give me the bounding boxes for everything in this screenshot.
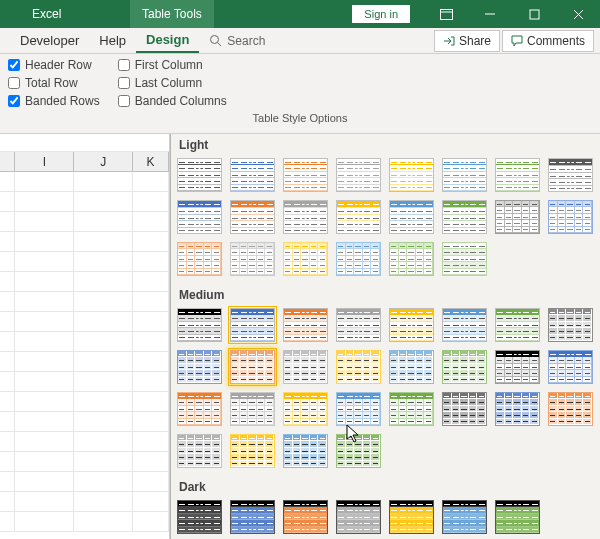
table-style-swatch[interactable] bbox=[228, 156, 277, 194]
table-style-swatch[interactable] bbox=[228, 198, 277, 236]
table-style-swatch[interactable] bbox=[334, 156, 383, 194]
table-style-swatch[interactable] bbox=[493, 390, 542, 428]
table-style-swatch[interactable] bbox=[387, 390, 436, 428]
svg-line-7 bbox=[218, 43, 222, 47]
table-style-swatch[interactable] bbox=[334, 498, 383, 536]
column-headers: I J K bbox=[0, 152, 169, 172]
table-style-swatch[interactable] bbox=[546, 348, 595, 386]
ribbon-tabs: Developer Help Design Search Share Comme… bbox=[0, 28, 600, 54]
search-placeholder: Search bbox=[227, 34, 265, 48]
worksheet[interactable]: I J K bbox=[0, 134, 170, 539]
table-style-swatch[interactable] bbox=[175, 240, 224, 278]
table-style-swatch[interactable] bbox=[387, 156, 436, 194]
table-style-swatch[interactable] bbox=[440, 498, 489, 536]
table-style-swatch[interactable] bbox=[334, 390, 383, 428]
table-style-swatch[interactable] bbox=[334, 432, 383, 470]
column-header[interactable]: J bbox=[74, 152, 133, 171]
section-light: Light bbox=[171, 134, 600, 154]
section-dark: Dark bbox=[171, 476, 600, 496]
table-style-swatch[interactable] bbox=[175, 498, 224, 536]
tab-design[interactable]: Design bbox=[136, 28, 199, 53]
table-style-swatch[interactable] bbox=[175, 390, 224, 428]
table-style-swatch[interactable] bbox=[546, 198, 595, 236]
table-style-swatch[interactable] bbox=[493, 156, 542, 194]
ribbon-display-options-button[interactable] bbox=[424, 0, 468, 28]
last-column-checkbox[interactable]: Last Column bbox=[118, 76, 227, 90]
table-style-swatch[interactable] bbox=[387, 348, 436, 386]
table-style-swatch[interactable] bbox=[440, 348, 489, 386]
table-style-swatch[interactable] bbox=[228, 348, 277, 386]
total-row-checkbox[interactable]: Total Row bbox=[8, 76, 100, 90]
table-styles-gallery[interactable]: Light Medium Dark bbox=[170, 134, 600, 539]
close-button[interactable] bbox=[556, 0, 600, 28]
table-style-swatch[interactable] bbox=[281, 348, 330, 386]
table-style-swatch[interactable] bbox=[281, 156, 330, 194]
table-style-swatch[interactable] bbox=[493, 348, 542, 386]
table-style-swatch[interactable] bbox=[281, 432, 330, 470]
maximize-button[interactable] bbox=[512, 0, 556, 28]
table-style-swatch[interactable] bbox=[387, 198, 436, 236]
table-style-swatch[interactable] bbox=[546, 156, 595, 194]
table-style-swatch[interactable] bbox=[281, 390, 330, 428]
table-style-swatch[interactable] bbox=[175, 198, 224, 236]
table-style-swatch[interactable] bbox=[493, 306, 542, 344]
column-header[interactable]: I bbox=[15, 152, 74, 171]
table-style-swatch[interactable] bbox=[440, 198, 489, 236]
tab-help[interactable]: Help bbox=[89, 28, 136, 53]
table-style-swatch[interactable] bbox=[546, 390, 595, 428]
svg-point-6 bbox=[211, 36, 219, 44]
comment-icon bbox=[511, 35, 523, 47]
table-style-options-group: Header Row Total Row Banded Rows First C… bbox=[0, 54, 600, 134]
section-medium: Medium bbox=[171, 284, 600, 304]
search-icon bbox=[209, 34, 222, 47]
title-bar: Excel Table Tools Sign in bbox=[0, 0, 600, 28]
svg-rect-3 bbox=[530, 10, 539, 19]
table-style-swatch[interactable] bbox=[175, 432, 224, 470]
table-style-swatch[interactable] bbox=[387, 306, 436, 344]
table-style-swatch[interactable] bbox=[440, 390, 489, 428]
table-style-swatch[interactable] bbox=[387, 240, 436, 278]
banded-columns-checkbox[interactable]: Banded Columns bbox=[118, 94, 227, 108]
table-style-swatch[interactable] bbox=[334, 348, 383, 386]
table-style-swatch[interactable] bbox=[440, 156, 489, 194]
table-style-swatch[interactable] bbox=[281, 240, 330, 278]
minimize-button[interactable] bbox=[468, 0, 512, 28]
table-style-swatch[interactable] bbox=[493, 498, 542, 536]
banded-rows-checkbox[interactable]: Banded Rows bbox=[8, 94, 100, 108]
table-style-swatch[interactable] bbox=[546, 306, 595, 344]
share-icon bbox=[443, 35, 455, 47]
tab-developer[interactable]: Developer bbox=[10, 28, 89, 53]
table-style-swatch[interactable] bbox=[228, 390, 277, 428]
table-style-swatch[interactable] bbox=[440, 240, 489, 278]
first-column-checkbox[interactable]: First Column bbox=[118, 58, 227, 72]
table-style-swatch[interactable] bbox=[175, 156, 224, 194]
table-style-swatch[interactable] bbox=[440, 306, 489, 344]
table-style-swatch[interactable] bbox=[334, 306, 383, 344]
contextual-tab-label: Table Tools bbox=[130, 0, 214, 28]
app-title: Excel bbox=[32, 7, 61, 21]
table-style-swatch[interactable] bbox=[228, 498, 277, 536]
table-style-swatch[interactable] bbox=[334, 240, 383, 278]
table-style-swatch[interactable] bbox=[175, 348, 224, 386]
column-header[interactable]: K bbox=[133, 152, 169, 171]
table-style-swatch[interactable] bbox=[493, 198, 542, 236]
comments-button[interactable]: Comments bbox=[502, 30, 594, 52]
table-style-swatch[interactable] bbox=[228, 240, 277, 278]
group-caption: Table Style Options bbox=[8, 112, 592, 124]
table-style-swatch[interactable] bbox=[334, 198, 383, 236]
table-style-swatch[interactable] bbox=[228, 432, 277, 470]
table-style-swatch[interactable] bbox=[387, 498, 436, 536]
header-row-checkbox[interactable]: Header Row bbox=[8, 58, 100, 72]
tell-me-search[interactable]: Search bbox=[199, 34, 275, 48]
table-style-swatch[interactable] bbox=[228, 306, 277, 344]
share-button[interactable]: Share bbox=[434, 30, 500, 52]
table-style-swatch[interactable] bbox=[281, 198, 330, 236]
table-style-swatch[interactable] bbox=[281, 498, 330, 536]
sign-in-button[interactable]: Sign in bbox=[352, 5, 410, 23]
svg-rect-0 bbox=[440, 9, 452, 19]
table-style-swatch[interactable] bbox=[281, 306, 330, 344]
table-style-swatch[interactable] bbox=[175, 306, 224, 344]
